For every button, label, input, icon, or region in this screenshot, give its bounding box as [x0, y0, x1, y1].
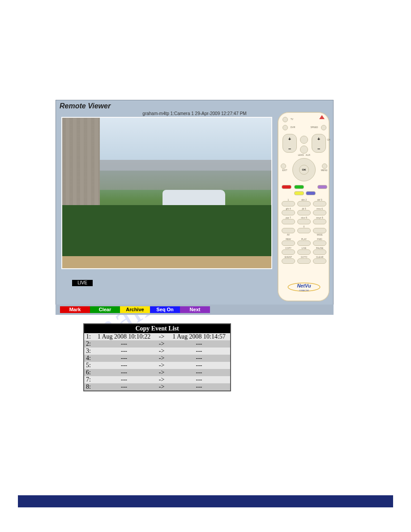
ok-button[interactable]: OK	[299, 165, 309, 175]
center-button-1[interactable]	[300, 136, 308, 144]
event-button[interactable]	[282, 258, 295, 264]
power-icon[interactable]	[319, 115, 325, 119]
menu-button[interactable]	[322, 163, 327, 169]
channel-rocker[interactable]: + –	[312, 134, 326, 153]
key-0[interactable]	[297, 228, 311, 233]
event-row[interactable]: 7:---->---	[84, 376, 231, 383]
purple-button[interactable]	[317, 185, 327, 189]
key-2-label: abc 2	[297, 198, 311, 201]
row-arrow: ->	[155, 355, 168, 362]
row-start: ---	[93, 348, 155, 355]
row-end: 1 Aug 2008 10:14:57	[168, 333, 231, 340]
tv-button[interactable]	[283, 117, 288, 122]
event-list-body: 1:1 Aug 2008 10:10:22->1 Aug 2008 10:14:…	[84, 333, 231, 391]
pause-label: PAUSE	[313, 247, 326, 249]
event-row[interactable]: 1:1 Aug 2008 10:10:22->1 Aug 2008 10:14:…	[84, 333, 231, 340]
row-end: ---	[168, 376, 231, 383]
dvr-label: DVR	[289, 126, 297, 129]
key-1-label: 1	[282, 198, 295, 201]
camera-feed[interactable]	[61, 117, 272, 269]
event-row[interactable]: 8:---->---	[84, 383, 231, 391]
exit-button[interactable]	[281, 163, 286, 169]
dvr-button[interactable]	[283, 125, 288, 130]
key-2[interactable]	[297, 201, 311, 206]
cars-row	[100, 160, 271, 190]
goto-button[interactable]	[297, 258, 311, 264]
center-button-2[interactable]	[300, 146, 308, 154]
ch-label: CH	[326, 138, 331, 141]
event-list-title: Copy Event List	[84, 324, 231, 333]
key-8-label: stuv 8	[297, 216, 311, 219]
live-status-badge: LIVE	[72, 280, 93, 286]
archive-button[interactable]: Archive	[120, 306, 150, 313]
row-arrow: ->	[155, 362, 168, 369]
key-9-label: wxyz 9	[313, 216, 326, 219]
row-index: 3:	[84, 348, 93, 355]
mark-button[interactable]: Mark	[60, 306, 90, 313]
key-av[interactable]	[282, 228, 295, 233]
key-9[interactable]	[313, 219, 326, 224]
play-button[interactable]	[297, 240, 311, 246]
play-label: PLAY	[297, 238, 311, 240]
clear-softkey[interactable]: Clear	[90, 306, 120, 313]
row-start: ---	[93, 369, 155, 376]
rew-button[interactable]	[282, 240, 295, 246]
row-index: 4:	[84, 355, 93, 362]
copy-button[interactable]	[282, 249, 295, 255]
remote-control: TV DVR SPEED + – LENS AUX + – CH EXIT OK…	[278, 112, 330, 301]
clear-button[interactable]	[313, 258, 326, 264]
live-label: LIVE	[297, 247, 311, 249]
key-4[interactable]	[282, 210, 295, 215]
ground-region	[62, 256, 271, 268]
fwd-button[interactable]	[313, 240, 326, 246]
yellow-button[interactable]	[294, 191, 304, 195]
zoom-rocker[interactable]: + –	[283, 134, 297, 153]
pause-button[interactable]	[313, 249, 326, 255]
event-row[interactable]: 3:---->---	[84, 348, 231, 355]
row-start: ---	[93, 383, 155, 391]
row-end: ---	[168, 348, 231, 355]
event-row[interactable]: 5:---->---	[84, 362, 231, 369]
row-index: 7:	[84, 376, 93, 383]
speed-label: SPEED	[308, 126, 320, 129]
row-end: ---	[168, 369, 231, 376]
key-8[interactable]	[297, 219, 311, 224]
key-0-label: 0	[297, 225, 311, 228]
key-7-label: pqr 7	[282, 216, 295, 219]
next-button[interactable]: Next	[180, 306, 210, 313]
key-3-label: def 3	[313, 198, 326, 201]
netvu-logo: NetVu CONNECTED	[285, 280, 323, 294]
page: manualshive.com Remote Viewer graham-m4t…	[0, 0, 411, 532]
event-row[interactable]: 6:---->---	[84, 369, 231, 376]
row-start: ---	[93, 340, 155, 348]
key-5[interactable]	[297, 210, 311, 215]
red-button[interactable]	[282, 185, 291, 189]
event-row[interactable]: 2:---->---	[84, 340, 231, 348]
green-button[interactable]	[294, 185, 304, 189]
copy-label: COPY	[282, 247, 295, 249]
exit-label: EXIT	[281, 169, 289, 172]
key-6[interactable]	[313, 210, 326, 215]
row-arrow: ->	[155, 383, 168, 391]
key-1[interactable]	[282, 201, 295, 206]
row-end: ---	[168, 383, 231, 391]
tv-label: TV	[289, 118, 295, 120]
key-wide[interactable]	[313, 228, 326, 233]
row-end: ---	[168, 340, 231, 348]
key-3[interactable]	[313, 201, 326, 206]
event-row[interactable]: 4:---->---	[84, 355, 231, 362]
brand-sub-text: CONNECTED	[299, 290, 309, 292]
fwd-label: FWD	[313, 238, 326, 240]
row-end: ---	[168, 362, 231, 369]
row-arrow: ->	[155, 333, 168, 340]
seqon-button[interactable]: Seq On	[150, 306, 180, 313]
clear-label: CLEAR	[313, 256, 326, 258]
live-button[interactable]	[297, 249, 311, 255]
row-arrow: ->	[155, 348, 168, 355]
speed-button[interactable]	[321, 125, 326, 130]
blue-button[interactable]	[306, 191, 316, 195]
row-index: 2:	[84, 340, 93, 348]
row-index: 8:	[84, 383, 93, 391]
row-arrow: ->	[155, 340, 168, 348]
key-7[interactable]	[282, 219, 295, 224]
